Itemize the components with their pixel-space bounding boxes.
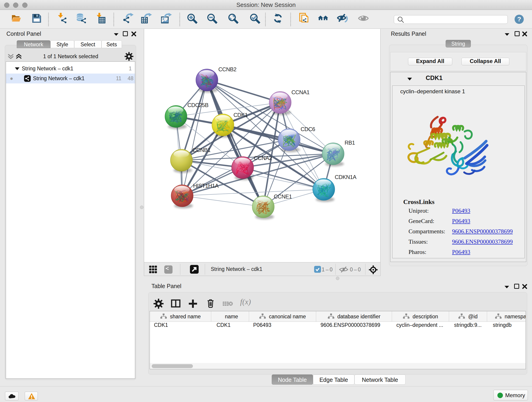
svg-text:CDK1: CDK1	[234, 112, 248, 118]
svg-text:CCNB2: CCNB2	[218, 66, 236, 72]
svg-text:CCNB1: CCNB1	[192, 147, 210, 153]
svg-text:CCNE1: CCNE1	[274, 193, 292, 200]
svg-text:?: ?	[517, 16, 521, 23]
svg-text:CDC6: CDC6	[301, 126, 315, 132]
svg-text:CDC25B: CDC25B	[187, 102, 209, 108]
svg-text:CCNA2: CCNA2	[254, 155, 272, 161]
svg-text:CDKN1A: CDKN1A	[335, 174, 356, 180]
svg-text:RB1: RB1	[345, 140, 355, 146]
svg-text:CCNA1: CCNA1	[291, 89, 310, 95]
svg-text:HIST1H1A: HIST1H1A	[193, 183, 219, 189]
